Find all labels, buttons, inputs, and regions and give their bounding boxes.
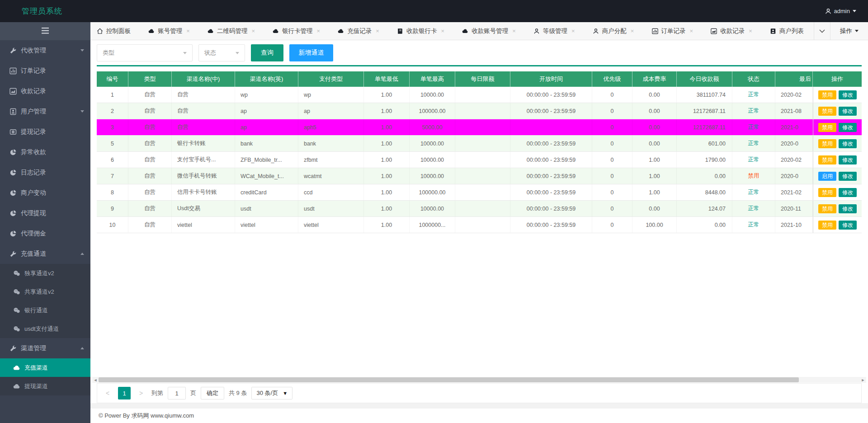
cell-actions: 禁用修改 [813,201,862,216]
cell-max: 100000.00 [410,184,455,200]
close-icon[interactable]: × [631,28,634,34]
table-row[interactable]: 10自营viettelviettelviettel1.001000000...0… [97,217,862,233]
cell-pay_type: wcatmt [298,168,364,184]
type-select[interactable]: 类型 [97,44,193,61]
sidebar-item-代理提现[interactable]: 代理提现 [0,203,90,223]
disable-button[interactable]: 禁用 [818,155,836,164]
edit-button[interactable]: 修改 [839,155,857,164]
table-row[interactable]: 6自营支付宝手机号...ZFB_Mobile_tr...zfbmt1.00100… [97,152,862,168]
tab-账号管理[interactable]: 账号管理× [148,27,190,35]
scrollbar-thumb[interactable] [99,377,799,382]
tab-label: 收款账号管理 [472,27,508,35]
close-icon[interactable]: × [571,28,575,34]
cell-min: 1.00 [364,136,410,151]
cell-min: 1.00 [364,168,410,184]
search-button[interactable]: 查询 [251,44,283,61]
close-icon[interactable]: × [441,28,445,34]
sidebar-item-收款记录[interactable]: 收款记录 [0,81,90,101]
status-select[interactable]: 状态 [198,44,245,61]
table-row[interactable]: 3自营自营apaph51.005000.0000.0012172687.11正常… [97,119,862,136]
next-page-button[interactable]: > [135,387,147,400]
close-icon[interactable]: × [376,28,379,34]
cell-status: 正常 [732,103,775,119]
close-icon[interactable]: × [317,28,321,34]
sidebar-item-代理佣金[interactable]: 代理佣金 [0,223,90,244]
table-row[interactable]: 1自营自营wpwp1.0010000.0000:00:00 - 23:59:59… [97,87,862,103]
scrollbar-track[interactable] [99,377,860,382]
close-icon[interactable]: × [690,28,693,34]
status-badge: 正常 [748,140,760,147]
edit-button[interactable]: 修改 [839,123,857,132]
tab-商户分配[interactable]: 商户分配× [593,27,634,35]
tab-收款账号管理[interactable]: 收款账号管理× [462,27,516,35]
disable-button[interactable]: 禁用 [818,90,836,99]
goto-page-input[interactable] [168,387,186,400]
disable-button[interactable]: 禁用 [818,139,836,148]
table-row[interactable]: 5自营银行卡转账bankbank1.0010000.0000:00:00 - 2… [97,136,862,152]
sidebar-item-label: 独享通道v2 [24,269,84,277]
sidebar-item-提现渠道[interactable]: 提现渠道 [0,377,90,395]
page-1-button[interactable]: 1 [118,387,131,400]
close-icon[interactable]: × [512,28,516,34]
sidebar-item-用户管理[interactable]: 用户管理 [0,101,90,122]
tab-控制面板[interactable]: 控制面板 [97,27,131,35]
edit-button[interactable]: 修改 [839,139,857,148]
table-row[interactable]: 8自营信用卡卡号转账creditCardccd1.00100000.0000:0… [97,184,862,201]
sidebar-item-异常收款[interactable]: 异常收款 [0,142,90,162]
select-caret-icon: ▼ [283,390,288,396]
edit-button[interactable]: 修改 [839,221,857,230]
close-icon[interactable]: × [251,28,255,34]
sidebar-item-渠道管理[interactable]: 渠道管理 [0,338,90,358]
sidebar-item-充值渠道[interactable]: 充值渠道 [0,358,90,377]
sidebar-item-独享通道v2[interactable]: 独享通道v2 [0,264,90,282]
close-icon[interactable]: × [749,28,752,34]
scroll-left-arrow[interactable]: ◄ [92,378,99,382]
sidebar-toggle-button[interactable] [0,22,90,40]
sidebar-item-商户变动[interactable]: 商户变动 [0,183,90,203]
table-row[interactable]: 2自营自营apap1.00100000.0000:00:00 - 23:59:5… [97,103,862,119]
tab-收款银行卡[interactable]: 收款银行卡× [397,27,444,35]
close-icon[interactable]: × [186,28,190,34]
scroll-right-arrow[interactable]: ► [860,378,866,382]
tab-充值记录[interactable]: 充值记录× [338,27,379,35]
edit-button[interactable]: 修改 [839,90,857,99]
add-channel-button[interactable]: 新增通道 [289,44,333,61]
cell-priority: 0 [592,184,632,200]
sidebar-item-usdt支付通道[interactable]: usdt支付通道 [0,320,90,338]
tab-银行卡管理[interactable]: 银行卡管理× [273,27,320,35]
cloud-icon [208,28,214,34]
sidebar-item-代收管理[interactable]: 代收管理 [0,40,90,61]
tab-actions-dropdown[interactable]: 操作 [830,22,868,40]
tab-二维码管理[interactable]: 二维码管理× [208,27,255,35]
edit-button[interactable]: 修改 [839,172,857,181]
confirm-page-button[interactable]: 确定 [201,387,224,400]
tab-订单记录[interactable]: 订单记录× [652,27,693,35]
tab-商户列表[interactable]: 商户列表 [770,27,804,35]
sidebar-item-订单记录[interactable]: 订单记录 [0,61,90,81]
tab-等级管理[interactable]: 等级管理× [533,27,575,35]
tab-overflow-button[interactable] [814,22,830,40]
enable-button[interactable]: 启用 [818,172,836,181]
pagination: < 1 > 到第 页 确定 共 9 条 30 条/页 ▼ [97,383,862,403]
sidebar-item-日志记录[interactable]: 日志记录 [0,162,90,183]
edit-button[interactable]: 修改 [839,204,857,213]
disable-button[interactable]: 禁用 [818,188,836,197]
page-size-select[interactable]: 30 条/页 ▼ [251,387,292,400]
disable-button[interactable]: 禁用 [818,221,836,230]
cell-priority: 0 [592,152,632,168]
sidebar-item-充值通道[interactable]: 充值通道 [0,244,90,264]
table-row[interactable]: 9自营Usdt交易usdtusdt1.0010000.0000:00:00 - … [97,201,862,217]
tab-收款记录[interactable]: 收款记录× [711,27,752,35]
edit-button[interactable]: 修改 [839,107,857,116]
sidebar-item-共享通道v2[interactable]: 共享通道v2 [0,282,90,301]
chevron-down-icon [853,10,856,12]
user-menu[interactable]: admin [825,8,868,14]
disable-button[interactable]: 禁用 [818,107,836,116]
table-row[interactable]: 7自营微信手机号转账WCat_Mobile_t...wcatmt1.001000… [97,168,862,184]
disable-button[interactable]: 禁用 [818,123,836,132]
sidebar-item-银行通道[interactable]: 银行通道 [0,301,90,320]
edit-button[interactable]: 修改 [839,188,857,197]
prev-page-button[interactable]: < [102,387,113,400]
disable-button[interactable]: 禁用 [818,204,836,213]
sidebar-item-提现记录[interactable]: 提现记录 [0,122,90,142]
